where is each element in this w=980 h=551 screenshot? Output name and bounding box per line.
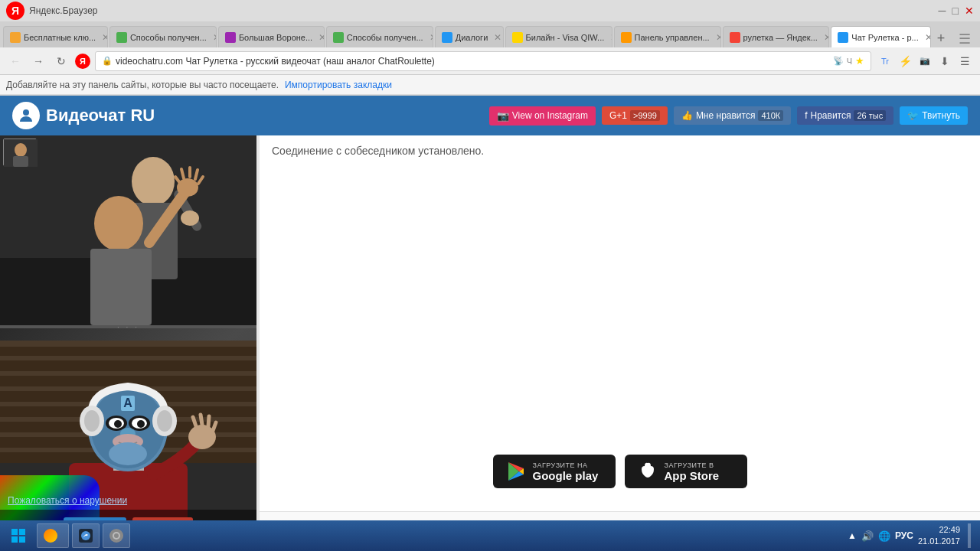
tab-5[interactable]: Диалоги ✕ (435, 26, 504, 47)
video-top-content (0, 135, 256, 325)
tab-list-btn[interactable]: ☰ (952, 31, 977, 47)
tab-2[interactable]: Способы получен... ✕ (109, 26, 217, 47)
svg-rect-58 (11, 536, 18, 543)
tab-6[interactable]: Билайн - Visa QIW... ✕ (505, 26, 612, 47)
google-play-icon (505, 461, 527, 482)
right-panel: Соединение с собеседником установлено. З… (260, 135, 980, 551)
address-text: videochatru.com Чат Рулетка - русский ви… (116, 56, 830, 67)
tab-close[interactable]: ✕ (494, 32, 501, 43)
svg-point-62 (114, 533, 119, 538)
address-bar[interactable]: 🔒 videochatru.com Чат Рулетка - русский … (95, 51, 871, 71)
tab-close[interactable]: ✕ (925, 32, 931, 43)
google-play-text: ЗАГРУЗИТЕ НА Google play (533, 461, 599, 482)
tab-8[interactable]: рулетка — Яндек... ✕ (723, 26, 830, 47)
tab-label: Панель управлен... (635, 33, 710, 42)
tab-close[interactable]: ✕ (610, 32, 612, 43)
taskbar-app-steam[interactable] (72, 523, 100, 548)
app3-svg (112, 531, 121, 540)
tab-favicon (621, 32, 632, 43)
tray-icon-1: 🔊 (861, 530, 874, 542)
apple-small-label: Загрузите в (665, 461, 714, 469)
tab-1[interactable]: Бесплатные клю... ✕ (3, 26, 108, 47)
tab-close[interactable]: ✕ (824, 32, 830, 43)
screenshot-btn[interactable]: 📷 (916, 52, 934, 70)
report-link[interactable]: Пожаловаться о нарушении (8, 495, 127, 506)
svg-rect-8 (90, 249, 152, 325)
svg-point-37 (137, 420, 145, 428)
instagram-icon: 📷 (497, 110, 509, 122)
apple-icon (637, 461, 658, 482)
back-button[interactable]: ← (6, 52, 24, 70)
tab-favicon (838, 32, 848, 43)
site-logo: Видеочат RU (12, 102, 155, 129)
tab-favicon (10, 32, 21, 43)
taskbar-app-3[interactable] (103, 523, 130, 548)
twitter-icon: 🐦 (907, 110, 919, 121)
bookmarks-hint: Добавляйте на эту панель сайты, которые … (6, 80, 279, 90)
yandex-logo: Я (75, 54, 90, 69)
show-desktop-btn[interactable] (968, 523, 971, 548)
menu-btn[interactable]: ☰ (956, 52, 974, 70)
steam-svg (80, 530, 91, 541)
close-btn[interactable]: ✕ (965, 5, 974, 17)
bookmark-icon: ★ (855, 55, 864, 67)
tab-3[interactable]: Большая Вороне... ✕ (218, 26, 325, 47)
tab-label: Способы получен... (130, 33, 207, 42)
tab-label: Диалоги (456, 33, 488, 42)
twitter-label: Твитнуть (922, 110, 960, 121)
window-title: Яндекс.Браузер (29, 5, 98, 16)
site-title: Видеочат RU (46, 106, 155, 126)
fb-like-button[interactable]: f Нравится 26 тыс (797, 106, 893, 125)
vk-like-button[interactable]: 👍 Мне нравится 410К (674, 106, 791, 125)
gplus-button[interactable]: G+1 >9999 (602, 106, 668, 125)
tray-arrow[interactable]: ▲ (848, 530, 857, 541)
turbo-btn[interactable]: ⚡ (896, 52, 914, 70)
website: Видеочат RU 📷 View on Instagram G+1 >999… (0, 96, 980, 551)
firefox-icon (44, 529, 57, 543)
tab-close[interactable]: ✕ (430, 32, 433, 43)
minimize-btn[interactable]: ─ (939, 5, 946, 17)
download-btn[interactable]: ⬇ (936, 52, 954, 70)
mini-preview (3, 139, 37, 166)
svg-rect-22 (0, 371, 256, 376)
browser-logo: Я (6, 2, 24, 20)
clock-time: 22:49 (918, 524, 960, 536)
tab-label: Способы получен... (347, 33, 423, 42)
svg-rect-57 (19, 529, 25, 535)
tab-label: Чат Рулетка - р... (851, 33, 918, 42)
app-store-button[interactable]: Загрузите в App Store (625, 455, 747, 488)
taskbar-clock: 22:49 21.01.2017 (918, 524, 960, 548)
tab-4[interactable]: Способы получен... ✕ (326, 26, 433, 47)
tab-close[interactable]: ✕ (716, 32, 721, 43)
restore-btn[interactable]: □ (952, 5, 959, 17)
taskbar-app-firefox[interactable] (37, 523, 69, 548)
bookmarks-bar: Добавляйте на эту панель сайты, которые … (0, 75, 980, 95)
reload-button[interactable]: ↻ (52, 52, 70, 70)
forward-button[interactable]: → (29, 52, 47, 70)
vk-count: 410К (758, 110, 783, 121)
taskbar-lang: РУС (895, 530, 913, 541)
instagram-button[interactable]: 📷 View on Instagram (489, 106, 596, 126)
svg-rect-21 (0, 356, 256, 360)
nav-bar: ← → ↻ Я 🔒 videochatru.com Чат Рулетка - … (0, 47, 980, 75)
start-button[interactable] (3, 523, 34, 548)
tab-favicon (512, 32, 523, 43)
new-tab-button[interactable]: + (933, 29, 949, 47)
google-play-button[interactable]: ЗАГРУЗИТЕ НА Google play (493, 455, 616, 488)
twitter-button[interactable]: 🐦 Твитнуть (900, 106, 968, 125)
tab-close[interactable]: ✕ (213, 32, 217, 43)
chat-area: Соединение с собеседником установлено. З… (260, 135, 980, 511)
browser-menu-icons: Tr ⚡ 📷 ⬇ ☰ (876, 52, 974, 70)
tab-close[interactable]: ✕ (102, 32, 108, 43)
tab-9-active[interactable]: Чат Рулетка - р... ✕ (831, 26, 931, 47)
translate-btn[interactable]: Tr (876, 52, 894, 70)
import-bookmarks-link[interactable]: Импортировать закладки (285, 80, 392, 90)
rss-icon: 📡 (833, 56, 844, 66)
tab-favicon (333, 32, 344, 43)
tab-7[interactable]: Панель управлен... ✕ (614, 26, 721, 47)
fb-icon: f (805, 110, 807, 121)
tab-close[interactable]: ✕ (318, 32, 325, 43)
taskbar-tray: ▲ 🔊 🌐 РУС 22:49 21.01.2017 (841, 523, 977, 548)
svg-rect-17 (13, 156, 28, 167)
tab-label: Большая Вороне... (239, 33, 312, 42)
